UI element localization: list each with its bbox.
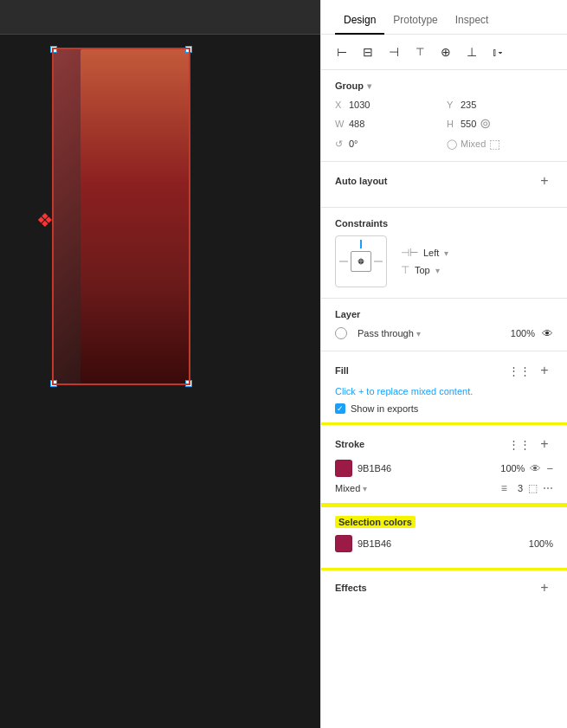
effects-header: Effects + <box>335 579 553 596</box>
stroke-mixed-num[interactable]: 3 <box>518 483 523 493</box>
align-center-h-icon[interactable]: ⊟ <box>358 42 378 62</box>
align-center-v-icon[interactable]: ⊕ <box>435 42 456 62</box>
selection-color-row: 9B1B46 100% <box>335 535 553 552</box>
stroke-eye-icon[interactable]: 👁 <box>530 462 541 475</box>
canvas-top-bar <box>0 0 320 35</box>
vertical-constraint[interactable]: ⊤ Top ▾ <box>401 264 448 276</box>
handle-bottom-left[interactable] <box>50 380 57 387</box>
group-title: Group ▾ <box>335 81 553 91</box>
handle-top-left[interactable] <box>50 46 57 53</box>
corner-label: ◯ <box>447 139 457 150</box>
y-value[interactable]: 235 <box>461 100 476 110</box>
add-fill-button[interactable]: + <box>536 362 553 379</box>
tab-design[interactable]: Design <box>335 7 384 35</box>
layer-header: Layer <box>335 309 553 319</box>
stroke-color-opacity[interactable]: 100% <box>500 463 525 474</box>
h-value[interactable]: 550 <box>461 119 476 129</box>
auto-layout-title: Auto layout <box>335 176 388 186</box>
x-value[interactable]: 1030 <box>349 100 370 110</box>
constraint-top-line <box>360 240 362 248</box>
fill-grid-icon[interactable]: ⋮⋮ <box>508 364 531 377</box>
selection-color-opacity[interactable]: 100% <box>529 538 553 549</box>
add-auto-layout-button[interactable]: + <box>536 172 553 190</box>
group-title-text[interactable]: Group ▾ <box>335 81 371 91</box>
visibility-icon[interactable]: 👁 <box>542 327 553 340</box>
stroke-row-icons: 👁 − <box>530 462 553 475</box>
distribute-icon[interactable]: ⫿▾ <box>487 42 508 62</box>
selected-element[interactable] <box>52 48 190 385</box>
rotate-label: ↺ <box>335 139 345 150</box>
y-prop: Y 235 <box>447 100 553 110</box>
plus-icon: + <box>540 173 548 189</box>
align-top-text-icon[interactable]: ⊤ <box>409 42 430 62</box>
constraint-plus-icon: + <box>357 254 364 269</box>
effects-title: Effects <box>335 583 367 593</box>
layer-mode-dropdown[interactable]: Pass through ▾ <box>354 326 424 340</box>
h-label: H <box>447 119 457 129</box>
right-panel: Design Prototype Inspect ⊢ ⊟ ⊣ ⊤ ⊕ ⊥ ⫿▾ … <box>320 0 567 728</box>
add-stroke-button[interactable]: + <box>536 435 553 453</box>
vertical-chevron: ▾ <box>435 266 440 275</box>
tab-prototype[interactable]: Prototype <box>384 7 446 35</box>
corner-value[interactable]: Mixed <box>461 139 486 149</box>
layer-title: Layer <box>335 309 360 319</box>
group-section: Group ▾ X 1030 Y 235 W 488 H 550 ⊚ <box>321 70 567 162</box>
layer-mode-label: Pass through <box>358 328 414 338</box>
show-exports-checkbox[interactable]: ✓ <box>335 403 345 414</box>
stroke-section: Stroke ⋮⋮ + 9B1B46 100% 👁 − Mixed ▾ <box>321 425 567 506</box>
stroke-mixed-row: Mixed ▾ ≡ 3 ⬚ ⋯ <box>335 482 553 494</box>
stroke-remove-icon[interactable]: − <box>546 462 553 475</box>
align-bottom-icon[interactable]: ⊥ <box>461 42 482 62</box>
layer-mode-icon <box>335 327 347 339</box>
stroke-color-swatch[interactable] <box>335 460 352 477</box>
layer-opacity-value[interactable]: 100% <box>511 328 535 338</box>
effect-plus-icon: + <box>540 580 548 596</box>
resize-icon[interactable]: ⊚ <box>480 115 491 132</box>
stroke-title: Stroke <box>335 439 364 449</box>
horizontal-constraint[interactable]: ⊣⊢ Left ▾ <box>401 247 448 259</box>
alignment-toolbar: ⊢ ⊟ ⊣ ⊤ ⊕ ⊥ ⫿▾ <box>321 35 567 70</box>
fill-plus-icon: + <box>540 363 548 378</box>
selection-colors-section: Selection colors 9B1B46 100% <box>321 506 567 569</box>
constraint-right-line <box>374 261 383 262</box>
constraints-title: Constraints <box>335 218 388 229</box>
constraints-widget: + ⊣⊢ Left ▾ ⊤ Top ▾ <box>335 235 553 287</box>
constraints-section: Constraints + ⊣⊢ Left ▾ <box>321 208 567 299</box>
w-value[interactable]: 488 <box>349 119 364 129</box>
stroke-header: Stroke ⋮⋮ + <box>335 435 553 453</box>
handle-bottom-right[interactable] <box>185 380 192 387</box>
image-figure <box>81 49 189 383</box>
stroke-mixed-chevron: ▾ <box>363 484 367 493</box>
add-effect-button[interactable]: + <box>536 579 553 596</box>
effects-section: Effects + <box>321 569 567 614</box>
stroke-grid-icon[interactable]: ⋮⋮ <box>508 438 531 451</box>
constraint-inner-box: + <box>351 251 371 272</box>
vertical-constraint-icon: ⊤ <box>401 264 409 276</box>
selection-color-swatch[interactable] <box>335 535 352 552</box>
stroke-mixed-text: Mixed <box>335 483 360 493</box>
constraint-box: + <box>335 235 387 287</box>
fill-note: Click + to replace mixed content. <box>335 386 553 396</box>
corner-prop: ◯ Mixed ⬚ <box>447 137 553 151</box>
fill-section: Fill ⋮⋮ + Click + to replace mixed conte… <box>321 351 567 425</box>
stroke-color-row: 9B1B46 100% 👁 − <box>335 460 553 477</box>
stroke-dots-icon[interactable]: ⋯ <box>543 482 553 494</box>
x-label: X <box>335 100 345 110</box>
align-left-icon[interactable]: ⊢ <box>332 42 352 62</box>
tabs-bar: Design Prototype Inspect <box>321 0 567 35</box>
h-prop: H 550 ⊚ <box>447 115 553 132</box>
handle-top-right[interactable] <box>185 46 192 53</box>
stroke-color-hex[interactable]: 9B1B46 <box>358 463 495 474</box>
horizontal-constraint-icon: ⊣⊢ <box>401 247 418 259</box>
align-right-icon[interactable]: ⊣ <box>383 42 404 62</box>
stroke-mixed-label[interactable]: Mixed ▾ <box>335 483 367 493</box>
rotate-value[interactable]: 0° <box>349 139 358 149</box>
corner-resize-icon[interactable]: ⬚ <box>489 137 500 151</box>
tab-inspect[interactable]: Inspect <box>447 7 498 35</box>
image-content <box>54 49 189 383</box>
constraints-header: Constraints <box>335 218 553 229</box>
selection-color-hex[interactable]: 9B1B46 <box>358 538 524 549</box>
layer-row: Pass through ▾ 100% 👁 <box>335 326 553 340</box>
stroke-plus-icon: + <box>540 436 548 452</box>
horizontal-chevron: ▾ <box>444 248 448 258</box>
